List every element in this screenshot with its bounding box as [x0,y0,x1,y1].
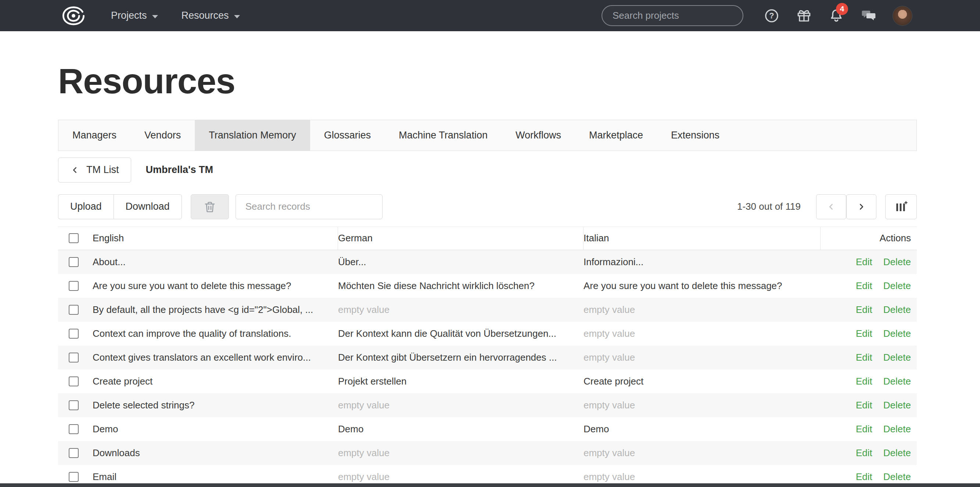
breadcrumb: TM List Umbrella's TM [58,157,917,182]
select-all-checkbox[interactable] [69,233,79,243]
row-checkbox[interactable] [69,352,79,363]
cell-actions: EditDelete [821,328,917,339]
tab-managers[interactable]: Managers [59,120,130,151]
table-row: Delete selected strings?empty valueempty… [58,393,917,417]
tabs: ManagersVendorsTranslation MemoryGlossar… [58,120,917,151]
edit-link[interactable]: Edit [856,280,872,292]
row-checkbox[interactable] [69,376,79,386]
nav-projects[interactable]: Projects [111,10,158,21]
delete-link[interactable]: Delete [883,352,911,363]
row-checkbox-cell [58,329,92,339]
column-header-italian: Italian [584,227,821,250]
chevron-right-icon [856,202,866,211]
nav-projects-label: Projects [111,10,147,21]
edit-link[interactable]: Edit [856,424,872,435]
cell-english: Email [92,471,338,482]
row-checkbox[interactable] [69,400,79,410]
delete-link[interactable]: Delete [883,280,911,292]
cell-italian: empty value [584,352,821,363]
cell-english: Context gives translators an excellent w… [92,352,338,363]
row-checkbox-cell [58,448,92,458]
prev-page-button[interactable] [816,194,846,219]
table-row: Create projectProjekt erstellenCreate pr… [58,370,917,393]
cell-italian: Demo [584,424,821,435]
cell-english: About... [92,256,338,268]
tm-list-back-button[interactable]: TM List [58,157,131,182]
notifications-button[interactable]: 4 [829,8,844,24]
messages-button[interactable] [861,8,877,24]
delete-link[interactable]: Delete [883,256,911,268]
svg-text:?: ? [769,11,774,20]
tab-marketplace[interactable]: Marketplace [575,120,657,151]
delete-link[interactable]: Delete [883,304,911,316]
upload-button[interactable]: Upload [58,194,113,219]
column-settings-icon [894,200,908,213]
cell-german: Der Kontext kann die Qualität von Überse… [338,328,584,339]
crowdin-logo[interactable] [59,5,88,26]
delete-selected-button[interactable] [191,194,229,219]
help-button[interactable]: ? [764,8,780,24]
row-checkbox[interactable] [69,472,79,482]
row-checkbox[interactable] [69,448,79,458]
tab-vendors[interactable]: Vendors [130,120,195,151]
tm-records-table: English German Italian Actions About...Ü… [58,227,917,487]
edit-link[interactable]: Edit [856,471,872,482]
tab-workflows[interactable]: Workflows [501,120,575,151]
row-checkbox-cell [58,376,92,386]
column-settings-button[interactable] [885,194,917,219]
tab-translation-memory[interactable]: Translation Memory [195,120,310,151]
table-header: English German Italian Actions [58,227,917,250]
cell-actions: EditDelete [821,424,917,435]
delete-link[interactable]: Delete [883,424,911,435]
edit-link[interactable]: Edit [856,352,872,363]
row-checkbox[interactable] [69,281,79,291]
row-checkbox[interactable] [69,424,79,434]
edit-link[interactable]: Edit [856,376,872,387]
edit-link[interactable]: Edit [856,400,872,411]
cell-actions: EditDelete [821,471,917,482]
cell-actions: EditDelete [821,352,917,363]
nav-resources[interactable]: Resources [181,10,240,21]
delete-link[interactable]: Delete [883,400,911,411]
tab-extensions[interactable]: Extensions [657,120,733,151]
delete-link[interactable]: Delete [883,447,911,459]
trash-icon [203,200,216,213]
edit-link[interactable]: Edit [856,304,872,316]
row-checkbox-cell [58,424,92,434]
projects-search-input[interactable] [612,10,736,21]
chevron-left-icon [70,165,80,175]
cell-english: Context can improve the quality of trans… [92,328,338,339]
edit-link[interactable]: Edit [856,447,872,459]
cell-german: Der Kontext gibt Übersetzern ein hervorr… [338,352,584,363]
pagination-count: 1-30 out of 119 [737,201,801,212]
edit-link[interactable]: Edit [856,328,872,339]
tm-name: Umbrella's TM [146,164,213,176]
table-row: Downloadsempty valueempty valueEditDelet… [58,441,917,465]
cell-english: Create project [92,376,338,387]
delete-link[interactable]: Delete [883,471,911,482]
cell-italian: empty value [584,328,821,339]
avatar[interactable] [892,6,912,26]
cell-italian: Create project [584,376,821,387]
download-button[interactable]: Download [113,194,182,219]
cell-italian: Are you sure you want to delete this mes… [584,280,821,292]
search-records-input[interactable] [235,194,382,219]
header-checkbox-cell [58,227,92,250]
row-checkbox[interactable] [69,329,79,339]
row-checkbox[interactable] [69,257,79,267]
edit-link[interactable]: Edit [856,256,872,268]
table-row: About...Über...Informazioni...EditDelete [58,250,917,274]
delete-link[interactable]: Delete [883,328,911,339]
pagination [816,194,877,219]
table-row: Context gives translators an excellent w… [58,346,917,370]
tab-glossaries[interactable]: Glossaries [310,120,385,151]
next-page-button[interactable] [846,194,877,219]
cell-german: empty value [338,447,584,459]
gift-button[interactable] [796,8,812,24]
delete-link[interactable]: Delete [883,376,911,387]
table-row: Context can improve the quality of trans… [58,322,917,346]
tab-machine-translation[interactable]: Machine Translation [385,120,501,151]
tm-list-label: TM List [86,164,119,176]
row-checkbox[interactable] [69,305,79,315]
chevron-down-icon [234,15,240,18]
